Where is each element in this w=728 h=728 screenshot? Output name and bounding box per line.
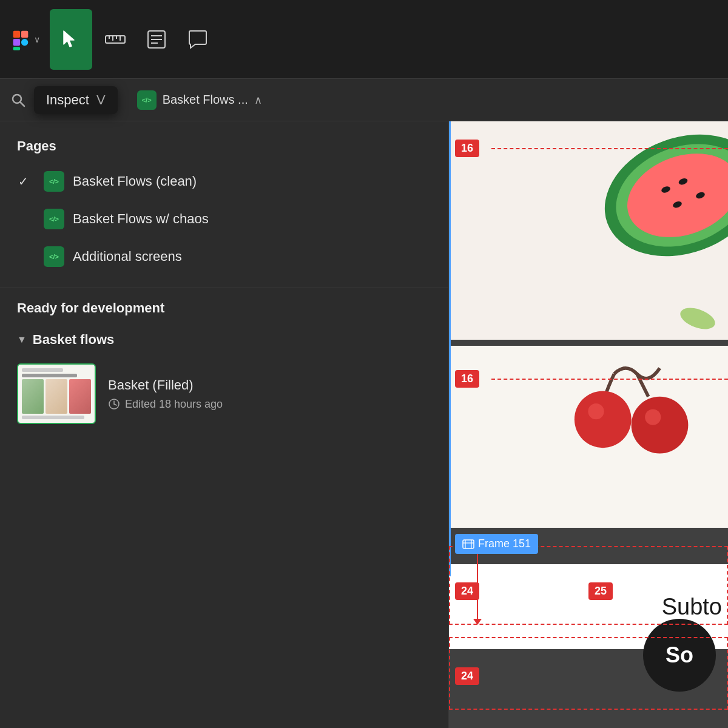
flow-meta: Edited 18 hours ago xyxy=(108,398,431,411)
measure-badge-mid-16: 16 xyxy=(455,370,479,388)
canvas-area: 16 16 xyxy=(449,121,728,728)
thumb-img-row xyxy=(22,379,91,414)
thumb-bar-1 xyxy=(22,368,63,372)
svg-line-18 xyxy=(114,404,116,405)
toolbar: ∨ xyxy=(0,0,728,79)
page-item-label-2: Basket Flows w/ chaos xyxy=(73,211,209,227)
page-item-additional-screens[interactable]: ✓ </> Additional screens xyxy=(10,238,439,275)
inspect-tool-button[interactable] xyxy=(50,9,92,70)
svg-rect-30 xyxy=(463,540,474,548)
right-panel-canvas[interactable]: 16 16 xyxy=(449,121,728,728)
flow-info: Basket (Filled) Edited 18 hours ago xyxy=(108,377,431,411)
search-button[interactable] xyxy=(10,92,27,109)
logo-chevron-icon: ∨ xyxy=(34,35,40,44)
active-check-icon: ✓ xyxy=(18,174,35,189)
clock-icon xyxy=(108,398,120,410)
comment-tool-button[interactable] xyxy=(180,9,216,70)
page-selector[interactable]: </> Basket Flows ... ∧ xyxy=(137,90,262,110)
thumb-img-block-3 xyxy=(69,379,91,414)
svg-point-27 xyxy=(588,403,604,419)
page-selector-icon: </> xyxy=(137,90,157,110)
page-code-icon-3: </> xyxy=(44,246,64,267)
ruler-tool-button[interactable] xyxy=(97,9,133,70)
ready-section-title: Ready for development xyxy=(17,300,431,316)
left-panel: Pages ✓ </> Basket Flows (clean) ✓ </> B… xyxy=(0,121,449,728)
svg-point-26 xyxy=(575,391,632,448)
search-icon xyxy=(10,92,27,109)
measure-badge-top-16: 16 xyxy=(455,140,479,157)
svg-line-15 xyxy=(20,102,24,106)
flow-card-basket-filled[interactable]: Basket (Filled) Edited 18 hours ago xyxy=(17,354,431,434)
inspect-tooltip: Inspect V xyxy=(34,86,118,114)
page-code-icon-2: </> xyxy=(44,209,64,229)
page-code-icon-1: </> xyxy=(44,171,64,192)
ruler-icon xyxy=(103,27,127,52)
svg-rect-1 xyxy=(21,30,28,37)
page-item-label-1: Basket Flows (clean) xyxy=(73,174,197,189)
comment-icon xyxy=(186,27,210,52)
frame-icon xyxy=(462,539,474,549)
svg-point-29 xyxy=(645,409,661,425)
thumb-bar-3 xyxy=(22,416,84,419)
measure-line-mid xyxy=(491,379,728,380)
flow-meta-text: Edited 18 hours ago xyxy=(125,398,223,411)
measure-badge-right-25: 25 xyxy=(588,582,613,600)
canvas-top-image xyxy=(449,121,728,340)
group-chevron-icon: ▼ xyxy=(17,334,27,345)
page-item-basket-flows-chaos[interactable]: ✓ </> Basket Flows w/ chaos xyxy=(10,200,439,238)
svg-point-4 xyxy=(21,39,28,46)
watermelon-svg xyxy=(522,121,728,334)
measure-dashed-box-bot xyxy=(449,637,728,710)
frame-label-text: Frame 151 xyxy=(478,538,531,550)
measure-badge-bot-24: 24 xyxy=(455,582,479,600)
svg-point-28 xyxy=(632,397,689,454)
ready-section: Ready for development ▼ Basket flows xyxy=(0,300,448,434)
notes-tool-button[interactable] xyxy=(138,9,175,70)
pages-list: ✓ </> Basket Flows (clean) ✓ </> Basket … xyxy=(0,163,448,275)
thumb-bar-2 xyxy=(22,374,77,377)
divider-1 xyxy=(0,288,448,288)
svg-rect-2 xyxy=(13,39,20,46)
flow-name: Basket (Filled) xyxy=(108,377,431,393)
svg-rect-5 xyxy=(106,36,125,43)
figma-logo-icon xyxy=(10,29,32,50)
main-content: Pages ✓ </> Basket Flows (clean) ✓ </> B… xyxy=(0,121,728,728)
inspect-tooltip-label: Inspect xyxy=(46,92,89,108)
svg-rect-0 xyxy=(13,30,20,37)
notes-icon xyxy=(144,27,169,52)
basket-flows-group-header[interactable]: ▼ Basket flows xyxy=(17,326,431,354)
page-item-label-3: Additional screens xyxy=(73,249,182,265)
measure-line-top xyxy=(491,148,728,149)
inspect-cursor-icon xyxy=(58,26,84,53)
page-selector-chevron: ∧ xyxy=(254,93,262,107)
group-label: Basket flows xyxy=(33,332,115,348)
flow-thumbnail xyxy=(17,363,96,424)
page-item-basket-flows-clean[interactable]: ✓ </> Basket Flows (clean) xyxy=(10,163,439,200)
svg-rect-3 xyxy=(13,47,20,50)
figma-logo-area[interactable]: ∨ xyxy=(10,29,40,50)
inspect-shortcut-key: V xyxy=(96,92,106,108)
pages-section-header: Pages xyxy=(0,121,448,163)
thumb-img-block-2 xyxy=(46,379,67,414)
cherry-svg xyxy=(546,346,728,516)
frame-label: Frame 151 xyxy=(455,534,538,554)
arrow-tip-down xyxy=(473,619,482,625)
thumb-img-block-1 xyxy=(22,379,44,414)
measure-badge-bot2-24: 24 xyxy=(455,667,479,685)
page-selector-name: Basket Flows ... xyxy=(163,93,248,107)
selection-left-border xyxy=(449,121,451,576)
canvas-mid-image xyxy=(449,346,728,528)
second-toolbar-row: Inspect V </> Basket Flows ... ∧ xyxy=(0,79,728,121)
